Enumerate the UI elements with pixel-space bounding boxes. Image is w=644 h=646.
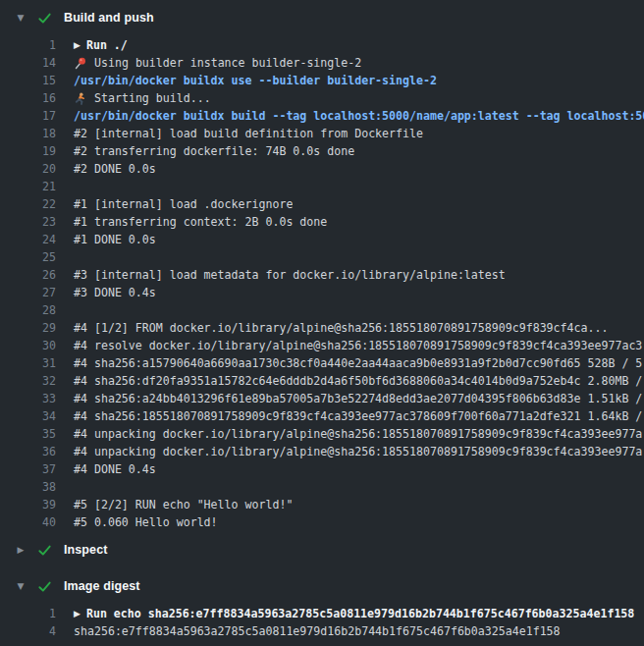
log-text: #4 sha256:185518070891758909c9f839cf4ca3… [74,407,642,425]
line-number[interactable]: 18 [0,125,56,142]
log-line: 22#1 [internal] load .dockerignore [0,195,644,213]
log-line-content: #1 transferring context: 2B 0.0s done [56,213,327,231]
log-text: #4 unpacking docker.io/library/alpine@sh… [74,425,642,443]
chevron-down-icon[interactable]: ▼ [14,14,27,23]
log-line: 32#4 sha256:df20fa9351a15782c64e6dddb2d4… [0,372,644,390]
log-line-content: #4 [1/2] FROM docker.io/library/alpine@s… [56,319,608,337]
line-number[interactable]: 27 [0,284,56,301]
log-line-content: #2 transferring dockerfile: 74B 0.0s don… [56,142,354,160]
log-line-content: #4 sha256:185518070891758909c9f839cf4ca3… [56,407,642,425]
log-line: 35#4 unpacking docker.io/library/alpine@… [0,425,644,443]
log-text: Using builder instance builder-single-2 [94,54,361,72]
log-line: 24#1 DONE 0.0s [0,231,644,248]
line-number[interactable]: 21 [0,178,56,195]
log-text: #4 resolve docker.io/library/alpine@sha2… [74,337,642,354]
line-number[interactable]: 15 [0,72,56,89]
log-line: 28 [0,301,644,319]
log-line: 40#5 0.060 Hello world! [0,513,644,531]
log-line-content: #4 sha256:df20fa9351a15782c64e6dddb2d4a6… [56,372,642,390]
log-line-content: Using builder instance builder-single-2 [56,54,361,72]
log-line: 27#3 DONE 0.4s [0,284,644,301]
line-number[interactable]: 25 [0,248,56,266]
log-line-content: #2 DONE 0.0s [56,160,156,178]
log-line: 29#4 [1/2] FROM docker.io/library/alpine… [0,319,644,337]
log-line: 26#3 [internal] load metadata for docker… [0,266,644,284]
log-line: 21 [0,178,644,195]
log-line: 34#4 sha256:185518070891758909c9f839cf4c… [0,407,644,425]
log-line: 31#4 sha256:a15790640a6690aa1730c38cf0a4… [0,354,644,372]
line-number[interactable]: 14 [0,54,56,72]
line-number[interactable]: 39 [0,496,56,513]
log-line: 38 [0,478,644,496]
line-number[interactable]: 23 [0,213,56,231]
line-number[interactable]: 20 [0,160,56,178]
log-text: /usr/bin/docker buildx build --tag local… [74,107,644,125]
log-text: #3 [internal] load metadata for docker.i… [74,266,506,284]
log-line: 4sha256:e7ff8834a5963a2785c5a0811e979d16… [0,622,644,640]
line-number[interactable]: 22 [0,195,56,213]
line-number[interactable]: 26 [0,266,56,284]
line-number[interactable]: 37 [0,460,56,478]
section-header-image-digest[interactable]: ▼Image digest [0,572,644,600]
chevron-down-icon[interactable]: ▼ [14,582,27,591]
line-number[interactable]: 30 [0,337,56,354]
log-line-content: ▶Run ./ [56,36,128,54]
expand-caret-icon[interactable]: ▶ [74,36,80,54]
line-number[interactable]: 36 [0,443,56,460]
log-text: sha256:e7ff8834a5963a2785c5a0811e979d16b… [74,622,561,640]
section-build-and-push: ▼Build and push1▶Run ./14Using builder i… [0,4,644,536]
line-number[interactable]: 1 [0,605,56,622]
line-number[interactable]: 29 [0,319,56,337]
runner-icon [74,92,86,105]
log-line: 20#2 DONE 0.0s [0,160,644,178]
log-line: 23#1 transferring context: 2B 0.0s done [0,213,644,231]
line-number[interactable]: 34 [0,407,56,425]
log-line: 16Starting build... [0,89,644,107]
line-number[interactable]: 17 [0,107,56,125]
log-line-content: ▶Run echo sha256:e7ff8834a5963a2785c5a08… [56,605,634,622]
log-line: 39#5 [2/2] RUN echo "Hello world!" [0,496,644,513]
chevron-right-icon[interactable]: ▶ [14,546,27,555]
log-text: Run ./ [86,36,128,54]
line-number[interactable]: 31 [0,354,56,372]
log-text: #4 sha256:a24bb4013296f61e89ba57005a7b3e… [74,390,642,407]
expand-caret-icon[interactable]: ▶ [74,605,80,622]
log-text: #2 transferring dockerfile: 74B 0.0s don… [74,142,354,160]
line-number[interactable]: 16 [0,89,56,107]
line-number[interactable]: 40 [0,513,56,531]
line-number[interactable]: 35 [0,425,56,443]
line-number[interactable]: 1 [0,36,56,54]
log-line: 18#2 [internal] load build definition fr… [0,125,644,142]
log-line: 1▶Run ./ [0,36,644,54]
log-line-content: /usr/bin/docker buildx use --builder bui… [56,72,437,89]
line-number[interactable]: 33 [0,390,56,407]
log-text: #5 [2/2] RUN echo "Hello world!" [74,496,293,513]
log-text: #4 unpacking docker.io/library/alpine@sh… [74,443,642,460]
log-text: #1 transferring context: 2B 0.0s done [74,213,327,231]
log-line-content: #4 sha256:a15790640a6690aa1730c38cf0a440… [56,354,642,372]
log-line: 33#4 sha256:a24bb4013296f61e89ba57005a7b… [0,390,644,407]
log-line-content: sha256:e7ff8834a5963a2785c5a0811e979d16b… [56,622,561,640]
workflow-log-viewer: ▼Build and push1▶Run ./14Using builder i… [0,0,644,646]
line-number[interactable]: 4 [0,622,56,640]
line-number[interactable]: 24 [0,231,56,248]
section-header-inspect[interactable]: ▶Inspect [0,536,644,564]
log-text: #3 DONE 0.4s [74,284,156,301]
log-line-content: #1 [internal] load .dockerignore [56,195,293,213]
section-header-build-and-push[interactable]: ▼Build and push [0,4,644,31]
section-title: Inspect [64,543,107,557]
log-text: #1 DONE 0.0s [74,231,156,248]
log-text: #4 DONE 0.4s [74,460,156,478]
log-line: 15/usr/bin/docker buildx use --builder b… [0,72,644,89]
success-check-icon [37,11,52,26]
log-line-content: #4 sha256:a24bb4013296f61e89ba57005a7b3e… [56,390,642,407]
line-number[interactable]: 19 [0,142,56,160]
line-number[interactable]: 38 [0,478,56,496]
line-number[interactable]: 32 [0,372,56,390]
line-number[interactable]: 28 [0,301,56,319]
log-line-content: /usr/bin/docker buildx build --tag local… [56,107,644,125]
log-line-content: #4 DONE 0.4s [56,460,156,478]
log-text: #4 sha256:df20fa9351a15782c64e6dddb2d4a6… [74,372,642,390]
log-line-content: #1 DONE 0.0s [56,231,156,248]
log-line: 14Using builder instance builder-single-… [0,54,644,72]
